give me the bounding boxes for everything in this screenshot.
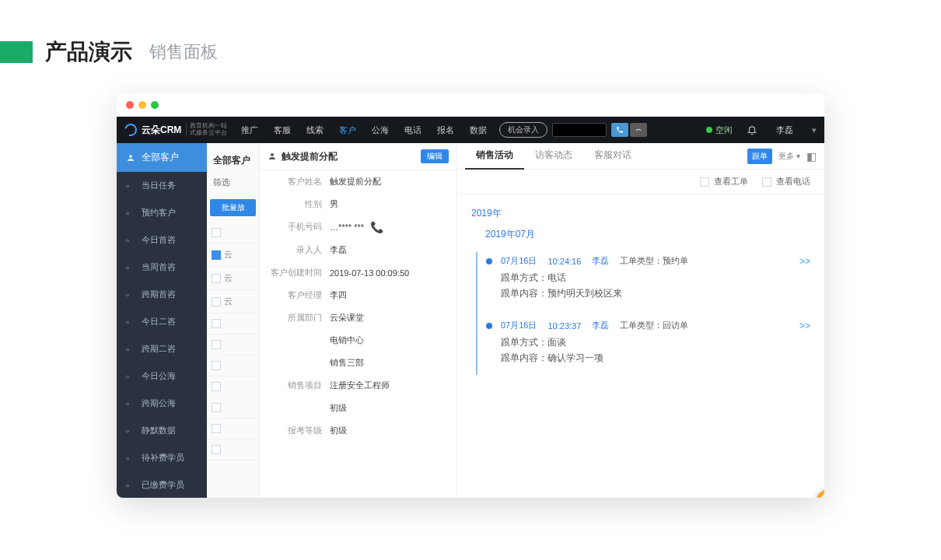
list-row[interactable] — [207, 355, 259, 376]
nav-item-数据[interactable]: 数据 — [464, 121, 493, 139]
person-icon — [268, 152, 277, 161]
tl-date: 07月16日 — [501, 255, 537, 267]
expand-button[interactable]: >> — [799, 320, 810, 331]
timeline-line — [476, 252, 477, 375]
activity-tab[interactable]: 客服对话 — [583, 143, 642, 170]
sidebar-item-label: 今日公海 — [142, 370, 176, 382]
sidebar-item-icon: ▫ — [126, 181, 135, 191]
activity-tab[interactable]: 销售活动 — [465, 143, 524, 170]
list-row[interactable] — [207, 418, 259, 439]
sidebar-item[interactable]: ▫今日公海 — [117, 362, 207, 390]
row-checkbox[interactable] — [212, 403, 221, 412]
chk-phone[interactable]: 查看电话 — [762, 176, 810, 187]
slide-title: 产品演示 — [45, 37, 132, 67]
nav-item-线索[interactable]: 线索 — [300, 121, 330, 139]
row-checkbox[interactable] — [212, 340, 221, 349]
follow-button[interactable]: 跟单 — [747, 149, 772, 164]
row-checkbox[interactable] — [212, 445, 221, 454]
list-row[interactable]: 云 — [207, 290, 259, 313]
layout-icon[interactable]: ◧ — [806, 150, 817, 163]
sidebar-item[interactable]: ▫待补费学员 — [117, 444, 207, 471]
list-row[interactable] — [207, 334, 259, 355]
val-name: 触发提前分配 — [322, 176, 381, 187]
row-text: 云 — [224, 272, 233, 284]
bulk-action-button[interactable]: 批量放 — [210, 199, 256, 216]
sidebar-item-label: 跨期公海 — [142, 397, 176, 409]
sidebar-item[interactable]: ▫跨期公海 — [117, 390, 207, 417]
chk-ticket[interactable]: 查看工单 — [700, 176, 748, 187]
opportunity-pill[interactable]: 机会录入 — [499, 122, 547, 138]
top-search-input[interactable] — [552, 123, 607, 137]
logo-icon — [122, 121, 139, 138]
activity-tab[interactable]: 访客动态 — [524, 143, 583, 170]
row-checkbox[interactable] — [212, 297, 221, 306]
timeline-month: 2019年07月 — [485, 228, 810, 241]
sidebar-item[interactable]: ▫今日首咨 — [117, 226, 207, 254]
call-buttons — [610, 123, 647, 137]
nav-item-公海[interactable]: 公海 — [366, 121, 395, 139]
list-row[interactable] — [207, 376, 259, 397]
call-button[interactable] — [611, 123, 628, 137]
panel-header: 触发提前分配 编辑 — [260, 143, 457, 170]
sidebar-item[interactable]: ▫已缴费学员 — [117, 471, 207, 498]
list-row[interactable] — [207, 397, 259, 418]
row-checkbox[interactable] — [212, 250, 221, 260]
sidebar-item[interactable]: ▫当周首咨 — [117, 254, 207, 281]
label-created: 客户创建时间 — [268, 267, 322, 278]
row-checkbox[interactable] — [212, 361, 221, 370]
list-filter[interactable]: 筛选 — [207, 172, 259, 193]
nav-item-客户[interactable]: 客户 — [333, 121, 362, 139]
sidebar-item[interactable]: ▫跨期首咨 — [117, 281, 207, 308]
sidebar-item-icon: ▫ — [126, 317, 135, 327]
maximize-dot[interactable] — [151, 101, 159, 109]
row-checkbox[interactable] — [212, 319, 221, 328]
user-menu[interactable]: 李磊 — [771, 124, 798, 136]
row-checkbox[interactable] — [212, 382, 221, 391]
edit-button[interactable]: 编辑 — [421, 149, 449, 163]
sidebar-item[interactable]: ▫跨期二咨 — [117, 335, 207, 362]
sidebar-item[interactable]: ▫今日二咨 — [117, 308, 207, 335]
status-indicator[interactable]: 空闲 — [706, 124, 733, 136]
nav-item-推广[interactable]: 推广 — [235, 121, 264, 139]
tl-time: 10:23:37 — [547, 321, 581, 331]
sidebar-item[interactable]: ▫预约客户 — [117, 199, 207, 226]
list-row[interactable] — [207, 439, 259, 460]
label-entry: 录入人 — [268, 244, 322, 256]
activity-panel: 销售活动访客动态客服对话 跟单 更多 ▾ ◧ 查看工单 查看电话 2019年 2… — [457, 143, 824, 498]
sidebar-header[interactable]: 全部客户 — [117, 143, 207, 172]
close-dot[interactable] — [126, 101, 134, 109]
row-checkbox[interactable] — [212, 424, 221, 433]
nav-item-客服[interactable]: 客服 — [268, 121, 297, 139]
minimize-dot[interactable] — [138, 101, 146, 109]
bell-icon[interactable] — [747, 124, 757, 135]
sidebar-item-icon: ▫ — [126, 290, 135, 299]
timeline-dot-icon — [486, 323, 492, 329]
sidebar-item-icon: ▫ — [126, 426, 135, 436]
sidebar-item-label: 当日任务 — [142, 180, 176, 191]
nav-item-报名[interactable]: 报名 — [431, 121, 460, 139]
label-proj: 销售项目 — [268, 380, 322, 391]
sidebar-item[interactable]: ▫静默数据 — [117, 417, 207, 444]
list-row[interactable]: 云 — [207, 243, 259, 267]
nav-item-电话[interactable]: 电话 — [398, 121, 428, 139]
status-area: 空闲 李磊 ▾ — [706, 124, 817, 136]
list-row[interactable] — [207, 313, 259, 334]
row-checkbox[interactable] — [212, 274, 221, 283]
row-checkbox[interactable] — [212, 228, 221, 237]
val-dept1: 云朵课堂 — [322, 312, 364, 324]
expand-button[interactable]: >> — [799, 256, 810, 267]
call-phone-icon[interactable]: 📞 — [370, 221, 383, 233]
tl-content: 跟单内容：确认学习一项 — [501, 352, 810, 365]
hangup-button[interactable] — [630, 123, 647, 137]
list-row[interactable] — [207, 222, 259, 243]
sidebar-item[interactable]: ▫当日任务 — [117, 172, 207, 199]
list-row[interactable]: 云 — [207, 267, 259, 290]
sidebar-item-label: 今日二咨 — [142, 316, 176, 327]
val-exam: 初级 — [322, 425, 347, 436]
sidebar-item-icon: ▫ — [126, 236, 135, 245]
more-menu[interactable]: 更多 ▾ — [778, 151, 800, 162]
row-text: 云 — [224, 249, 233, 261]
chevron-down-icon: ▾ — [812, 125, 817, 135]
tl-way: 跟单方式：面谈 — [501, 336, 810, 349]
phone-icon — [616, 126, 624, 134]
